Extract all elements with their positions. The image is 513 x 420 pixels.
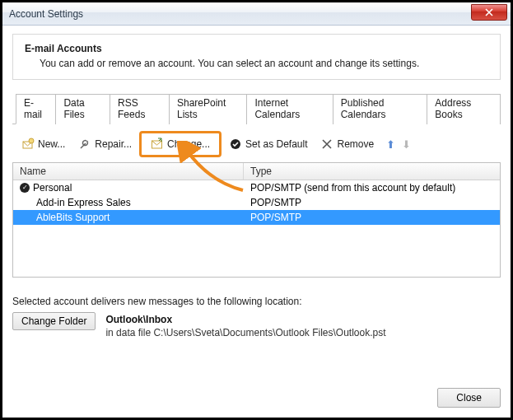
svg-point-1 — [29, 138, 34, 143]
header-title: E-mail Accounts — [25, 43, 488, 54]
table-row[interactable]: ✓PersonalPOP/SMTP (send from this accoun… — [13, 180, 500, 195]
change-button[interactable]: Change... — [145, 135, 216, 153]
repair-icon — [78, 138, 91, 151]
default-account-icon: ✓ — [20, 183, 30, 193]
change-icon — [151, 138, 164, 151]
header-block: E-mail Accounts You can add or remove an… — [12, 34, 501, 80]
new-label: New... — [38, 138, 65, 150]
tab-e-mail[interactable]: E-mail — [16, 94, 56, 124]
change-label: Change... — [167, 138, 210, 150]
table-row[interactable]: Add-in Express SalesPOP/SMTP — [13, 195, 500, 210]
repair-label: Repair... — [95, 138, 132, 150]
account-type-cell: POP/SMTP (send from this account by defa… — [244, 181, 500, 194]
account-name: Personal — [33, 182, 72, 194]
header-subtitle: You can add or remove an account. You ca… — [25, 58, 488, 69]
remove-button[interactable]: Remove — [315, 135, 380, 153]
delivery-intro: Selected account delivers new messages t… — [12, 296, 501, 307]
close-icon — [485, 8, 493, 16]
delivery-datafile: in data file C:\Users\Sveta\Documents\Ou… — [105, 327, 385, 338]
list-header: Name Type — [13, 163, 500, 180]
tab-address-books[interactable]: Address Books — [427, 94, 501, 124]
tab-published-calendars[interactable]: Published Calendars — [333, 94, 428, 124]
account-name: Add-in Express Sales — [36, 197, 131, 208]
repair-button[interactable]: Repair... — [72, 135, 138, 153]
table-row[interactable]: AbleBits SupportPOP/SMTP — [13, 210, 500, 225]
titlebar: Account Settings — [2, 2, 511, 26]
close-button[interactable]: Close — [437, 388, 501, 408]
remove-label: Remove — [337, 138, 374, 150]
set-default-button[interactable]: Set as Default — [223, 135, 313, 153]
account-name-cell: AbleBits Support — [13, 211, 244, 224]
remove-icon — [320, 138, 333, 151]
list-body: ✓PersonalPOP/SMTP (send from this accoun… — [13, 180, 500, 277]
tab-data-files[interactable]: Data Files — [55, 94, 110, 124]
new-icon — [21, 138, 35, 151]
column-header-type[interactable]: Type — [244, 163, 500, 180]
set-default-icon — [229, 138, 242, 151]
svg-point-2 — [86, 141, 88, 142]
account-list: Name Type ✓PersonalPOP/SMTP (send from t… — [12, 162, 501, 278]
window-title: Account Settings — [9, 8, 83, 20]
change-folder-button[interactable]: Change Folder — [12, 312, 96, 330]
account-name: AbleBits Support — [36, 212, 110, 223]
tab-rss-feeds[interactable]: RSS Feeds — [110, 94, 170, 124]
new-button[interactable]: New... — [16, 135, 71, 153]
toolbar: New... Repair... Change... Set as Defaul… — [12, 124, 501, 162]
column-header-name[interactable]: Name — [13, 163, 244, 180]
account-name-cell: ✓Personal — [13, 181, 244, 194]
tab-internet-calendars[interactable]: Internet Calendars — [246, 94, 333, 124]
window-close-button[interactable] — [471, 4, 507, 21]
move-up-button[interactable]: ⬆ — [386, 138, 395, 151]
tabstrip: E-mailData FilesRSS FeedsSharePoint List… — [12, 93, 501, 124]
delivery-location: Outlook\Inbox — [105, 314, 385, 325]
annotation-highlight: Change... — [139, 131, 222, 157]
tab-sharepoint-lists[interactable]: SharePoint Lists — [169, 94, 247, 124]
account-type-cell: POP/SMTP — [244, 211, 500, 224]
delivery-block: Selected account delivers new messages t… — [12, 296, 501, 338]
account-name-cell: Add-in Express Sales — [13, 196, 244, 209]
account-type-cell: POP/SMTP — [244, 196, 500, 209]
set-default-label: Set as Default — [245, 138, 307, 150]
move-down-button[interactable]: ⬇ — [402, 138, 411, 151]
delivery-info: Outlook\Inbox in data file C:\Users\Svet… — [105, 312, 385, 338]
footer: Close — [12, 376, 501, 408]
